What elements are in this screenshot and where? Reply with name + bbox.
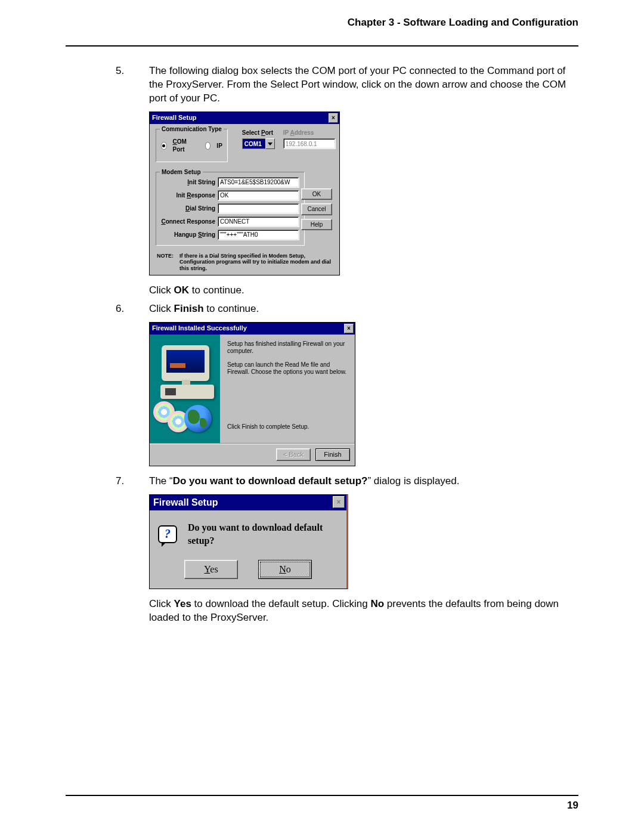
dial-string-label: Dial String — [161, 205, 218, 213]
download-default-question: Do you want to download default setup? — [188, 521, 338, 547]
init-response-label: Init Response — [161, 191, 218, 200]
ip-address-label: IP Address — [283, 129, 336, 137]
step-5-after: Click OK to continue. — [149, 284, 578, 298]
modem-note: NOTE: If there is a Dial String specifie… — [156, 252, 333, 271]
globe-icon — [184, 405, 212, 432]
dlg2-titlebar: Firewall Installed Successfully × — [150, 323, 355, 335]
dlg2-msg3: Click Finish to complete Setup. — [227, 423, 309, 431]
help-button[interactable]: Help — [301, 219, 332, 231]
ip-address-field[interactable]: 192.168.0.1 — [283, 138, 336, 149]
close-icon[interactable]: × — [333, 496, 345, 508]
radio-comport-label: COM Port — [173, 138, 192, 154]
ok-button[interactable]: OK — [301, 188, 332, 200]
modem-setup-legend: Modem Setup — [160, 168, 203, 176]
dial-string-field[interactable] — [218, 203, 299, 214]
step-7: 7. The “Do you want to download default … — [66, 475, 578, 488]
cancel-button[interactable]: Cancel — [301, 203, 332, 215]
init-string-label: Init String — [161, 178, 218, 187]
close-icon[interactable]: × — [344, 324, 354, 333]
step-5-text: The following dialog box selects the COM… — [149, 64, 578, 106]
no-button[interactable]: No — [258, 560, 312, 579]
close-icon[interactable]: × — [329, 113, 338, 123]
comm-type-legend: Communication Type — [160, 125, 224, 134]
chevron-down-icon[interactable] — [265, 138, 275, 149]
firewall-setup-dialog: Firewall Setup × Communication Type COM … — [149, 112, 340, 275]
finish-button[interactable]: Finish — [315, 448, 350, 461]
radio-ip-label: IP — [216, 142, 222, 150]
radio-comport[interactable] — [161, 142, 167, 150]
select-port-label: Select Port — [242, 129, 275, 137]
step-6-text: Click Finish to continue. — [149, 302, 578, 316]
connect-response-field[interactable]: CONNECT — [218, 216, 299, 227]
question-icon: ? — [158, 525, 177, 544]
yes-button[interactable]: Yes — [184, 560, 238, 579]
step-5-num: 5. — [116, 64, 124, 78]
dlg2-msg1: Setup has finished installing Firewall o… — [227, 340, 349, 355]
chapter-title: Chapter 3 - Software Loading and Configu… — [66, 17, 578, 32]
hangup-string-field[interactable]: """+++"""ATH0 — [218, 230, 299, 240]
computer-base-icon — [160, 385, 214, 399]
back-button: < Back — [276, 448, 311, 461]
select-port-combo[interactable]: COM1 — [242, 138, 275, 149]
hangup-string-label: Hangup String — [161, 231, 218, 239]
radio-ip[interactable] — [205, 142, 211, 150]
dlg3-title: Firewall Setup — [153, 496, 333, 509]
init-response-field[interactable]: OK — [218, 190, 299, 201]
page-number: 19 — [66, 796, 578, 812]
dlg2-title: Firewall Installed Successfully — [152, 324, 344, 333]
dlg3-titlebar: Firewall Setup × — [150, 495, 346, 511]
dlg1-title: Firewall Setup — [152, 113, 329, 122]
step-6-num: 6. — [116, 302, 124, 316]
init-string-field[interactable]: ATS0=1&E5$SB19200&W — [218, 177, 299, 188]
installer-art — [150, 335, 220, 443]
dlg2-msg2: Setup can launch the Read Me file and Fi… — [227, 361, 349, 376]
step-7-after: Click Yes to download the default setup.… — [149, 597, 578, 625]
select-port-value: COM1 — [242, 138, 265, 149]
dlg1-titlebar: Firewall Setup × — [150, 112, 339, 124]
step-6: 6. Click Finish to continue. — [66, 302, 578, 316]
install-success-dialog: Firewall Installed Successfully × Setup … — [149, 322, 355, 466]
step-7-num: 7. — [116, 475, 124, 488]
connect-response-label: Connect Response — [161, 218, 218, 226]
monitor-icon — [162, 345, 209, 381]
download-default-dialog: Firewall Setup × ? Do you want to downlo… — [149, 494, 348, 589]
step-7-text: The “Do you want to download default set… — [149, 475, 578, 488]
step-5: 5. The following dialog box selects the … — [66, 64, 578, 106]
